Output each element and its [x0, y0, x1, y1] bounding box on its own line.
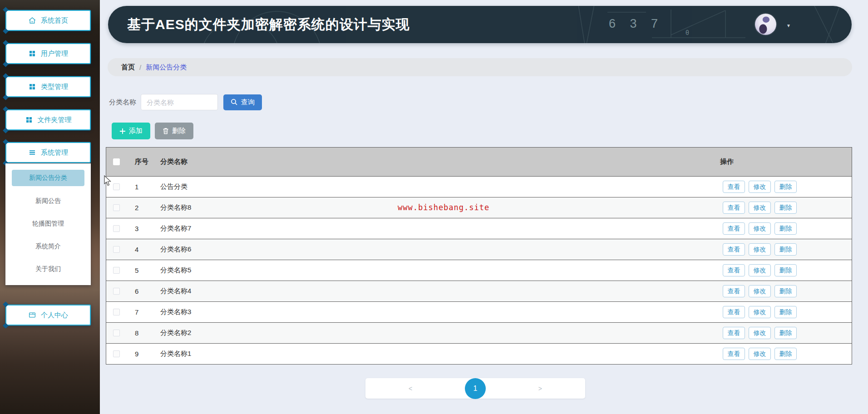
breadcrumb-separator: /: [139, 64, 141, 71]
delete-row-button[interactable]: 删除: [774, 202, 797, 214]
query-button[interactable]: 查询: [223, 94, 262, 110]
plus-icon: [119, 128, 126, 134]
submenu-item-carousel[interactable]: 轮播图管理: [5, 212, 91, 235]
submenu-item-label: 轮播图管理: [32, 220, 64, 228]
category-name-input[interactable]: [141, 94, 218, 110]
view-button[interactable]: 查看: [723, 181, 745, 193]
column-header-name: 分类名称: [157, 158, 720, 166]
row-name: 分类名称2: [157, 329, 720, 337]
row-actions: 查看修改删除: [720, 285, 852, 297]
row-name: 分类名称7: [157, 224, 720, 233]
sidebar-item-users[interactable]: 用户管理: [5, 43, 91, 64]
edit-button[interactable]: 修改: [749, 285, 771, 297]
submenu-item-about[interactable]: 关于我们: [5, 258, 91, 281]
table-row: 2 分类名称8 查看修改删除: [106, 197, 852, 218]
edit-button[interactable]: 修改: [749, 243, 771, 256]
delete-row-button[interactable]: 删除: [774, 181, 797, 193]
row-actions: 查看修改删除: [720, 306, 852, 318]
table-row: 5 分类名称5 查看修改删除: [106, 260, 852, 281]
delete-row-button[interactable]: 删除: [774, 222, 797, 235]
row-actions: 查看修改删除: [720, 264, 852, 276]
row-index: 6: [133, 287, 157, 295]
row-checkbox[interactable]: [113, 288, 120, 295]
delete-row-button[interactable]: 删除: [774, 285, 797, 297]
column-header-actions: 操作: [720, 158, 852, 166]
row-checkbox[interactable]: [113, 183, 120, 190]
sidebar-item-home[interactable]: 系统首页: [5, 10, 91, 31]
sidebar-item-personal[interactable]: 个人中心: [5, 305, 91, 325]
edit-button[interactable]: 修改: [749, 327, 771, 339]
view-button[interactable]: 查看: [723, 306, 745, 318]
sidebar-item-folders[interactable]: 文件夹管理: [5, 109, 91, 130]
edit-button[interactable]: 修改: [749, 348, 771, 360]
submenu-item-label: 新闻公告分类: [29, 174, 67, 182]
row-actions: 查看修改删除: [720, 348, 852, 360]
sidebar-item-system[interactable]: 系统管理: [5, 142, 91, 163]
view-button[interactable]: 查看: [723, 327, 745, 339]
view-button[interactable]: 查看: [723, 222, 745, 235]
edit-button[interactable]: 修改: [749, 222, 771, 235]
sidebar-item-types[interactable]: 类型管理: [5, 76, 91, 97]
row-actions: 查看修改删除: [720, 327, 852, 339]
row-checkbox[interactable]: [113, 330, 120, 336]
delete-row-button[interactable]: 删除: [774, 348, 797, 360]
sidebar-item-label: 类型管理: [41, 83, 68, 91]
table-row: 1 公告分类 查看修改删除: [106, 176, 852, 197]
query-button-label: 查询: [241, 98, 255, 107]
delete-row-button[interactable]: 删除: [774, 306, 797, 318]
toolbar: 添加 删除: [112, 123, 193, 139]
home-icon: [28, 16, 36, 25]
chalk-theta: θ: [686, 29, 689, 36]
row-index: 7: [133, 308, 157, 316]
row-actions: 查看修改删除: [720, 202, 852, 214]
row-checkbox[interactable]: [113, 309, 120, 315]
row-checkbox[interactable]: [113, 350, 120, 357]
view-button[interactable]: 查看: [723, 285, 745, 297]
view-button[interactable]: 查看: [723, 202, 745, 214]
row-checkbox[interactable]: [113, 267, 120, 274]
edit-button[interactable]: 修改: [749, 306, 771, 318]
page-1-button[interactable]: 1: [465, 378, 486, 399]
add-button[interactable]: 添加: [112, 123, 150, 139]
edit-button[interactable]: 修改: [749, 264, 771, 276]
view-button[interactable]: 查看: [723, 264, 745, 276]
edit-button[interactable]: 修改: [749, 181, 771, 193]
table-header-row: 序号 分类名称 操作: [106, 148, 852, 176]
row-index: 5: [133, 266, 157, 274]
delete-button-label: 删除: [172, 127, 186, 135]
grid-icon: [28, 83, 36, 91]
row-name: 分类名称6: [157, 245, 720, 254]
select-all-checkbox[interactable]: [113, 158, 120, 165]
avatar[interactable]: [755, 14, 776, 35]
row-name: 分类名称4: [157, 287, 720, 296]
breadcrumb-home[interactable]: 首页: [121, 63, 135, 72]
submenu-item-news[interactable]: 新闻公告: [5, 190, 91, 212]
submenu-item-intro[interactable]: 系统简介: [5, 235, 91, 258]
row-actions: 查看修改删除: [720, 222, 852, 235]
delete-row-button[interactable]: 删除: [774, 243, 797, 256]
sidebar-item-label: 文件夹管理: [38, 116, 72, 124]
row-checkbox[interactable]: [113, 204, 120, 211]
delete-row-button[interactable]: 删除: [774, 327, 797, 339]
delete-row-button[interactable]: 删除: [774, 264, 797, 276]
view-button[interactable]: 查看: [723, 243, 745, 256]
row-checkbox[interactable]: [113, 246, 120, 253]
table-row: 8 分类名称2 查看修改删除: [106, 322, 852, 343]
edit-button[interactable]: 修改: [749, 202, 771, 214]
breadcrumb-current[interactable]: 新闻公告分类: [146, 63, 187, 72]
chevron-down-icon[interactable]: ▼: [786, 23, 791, 28]
delete-button[interactable]: 删除: [155, 123, 193, 139]
system-submenu: 新闻公告分类 新闻公告 轮播图管理 系统简介 关于我们: [5, 163, 91, 285]
next-page-button[interactable]: >: [538, 385, 542, 392]
sidebar-item-label: 个人中心: [41, 311, 68, 320]
table-row: 6 分类名称4 查看修改删除: [106, 281, 852, 301]
list-icon: [28, 148, 36, 157]
view-button[interactable]: 查看: [723, 348, 745, 360]
table-row: 7 分类名称3 查看修改删除: [106, 301, 852, 322]
app-header: 6 3 7 θ 基于AES的文件夹加密解密系统的设计与实现 ▼: [108, 6, 852, 43]
card-icon: [28, 311, 36, 319]
prev-page-button[interactable]: <: [409, 385, 412, 392]
category-table: 序号 分类名称 操作 1 公告分类 查看修改删除 2 分类名称8 查看修改删除 …: [106, 147, 852, 365]
submenu-item-news-category[interactable]: 新闻公告分类: [12, 170, 84, 186]
row-checkbox[interactable]: [113, 225, 120, 232]
